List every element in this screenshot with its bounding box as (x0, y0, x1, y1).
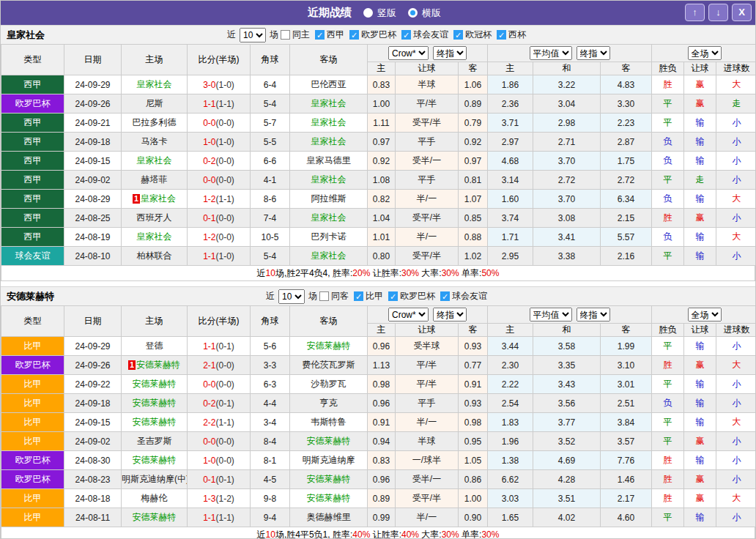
vertical-layout-label[interactable]: 竖版 (377, 7, 396, 20)
odds1-cell: 半/一 (396, 413, 459, 432)
league-filter-label[interactable]: 欧罗巴杯 (400, 290, 435, 302)
away-team-cell: 亨克 (290, 394, 368, 413)
league-filter-checkbox[interactable]: ✓ (453, 30, 463, 40)
odds1-cell: 一/球半 (396, 451, 459, 470)
odds2-cell: 3.77 (533, 413, 601, 432)
col-header-date: 日期 (64, 306, 122, 337)
result-cell: 赢 (684, 489, 716, 508)
odds1-cell: 1.05 (459, 451, 488, 470)
away-team-name: 安德莱赫特 (307, 341, 351, 351)
league-filter-checkbox[interactable]: ✓ (497, 30, 506, 40)
odds2-cell: 1.96 (488, 432, 533, 451)
result-cell: 小 (716, 171, 756, 190)
halftime-score: (0-1) (216, 341, 234, 352)
fulltime-select[interactable]: 全场 (688, 46, 722, 60)
match-count-select[interactable]: 10 (240, 28, 266, 42)
col-header-odds1-home: 主 (368, 62, 396, 75)
league-filter-label[interactable]: 球会友谊 (452, 290, 487, 302)
home-team-name: 明斯克迪纳摩(中) (122, 474, 188, 484)
away-team-cell: 安德莱赫特 (290, 432, 368, 451)
odds2-cell: 3.38 (533, 247, 601, 266)
odds2-cell: 3.71 (488, 114, 533, 133)
same-venue-label[interactable]: 同主 (292, 29, 310, 41)
bookmaker-select[interactable]: Crow* (388, 46, 429, 60)
bookmaker-select[interactable]: Crow* (388, 308, 429, 321)
odds-group-1-header: Crow*终指 (368, 45, 488, 62)
final-odds-select[interactable]: 终指 (433, 308, 467, 321)
date-cell: 24-08-18 (64, 489, 122, 508)
same-venue-checkbox[interactable] (319, 291, 329, 301)
league-filter-checkbox[interactable]: ✓ (440, 291, 450, 301)
odds2-cell: 2.87 (601, 133, 652, 152)
summary-segment: 30% (481, 529, 499, 539)
date-cell: 24-09-26 (64, 356, 122, 375)
match-row: 比甲24-09-29登德1-1(0-1)5-6安德莱赫特0.96受半球0.933… (1, 337, 756, 356)
home-team-cell: 圣吉罗斯 (122, 432, 188, 451)
odds1-cell: 0.91 (459, 375, 488, 394)
league-filter-checkbox[interactable]: ✓ (349, 30, 359, 40)
result-cell: 输 (684, 451, 716, 470)
halftime-score: (1-0) (216, 251, 234, 261)
horizontal-layout-label[interactable]: 横版 (422, 7, 441, 20)
close-button[interactable]: X (732, 4, 752, 21)
halftime-score: (1-1) (216, 513, 234, 523)
odds1-cell: 0.94 (368, 432, 396, 451)
score-cell: 0-0(0-0) (188, 171, 251, 190)
league-filter-label[interactable]: 西杯 (508, 29, 526, 41)
league-filter-checkbox[interactable]: ✓ (401, 30, 411, 40)
home-team-cell: 安德莱赫特 (122, 375, 188, 394)
score-cell: 1-2(0-0) (188, 228, 251, 247)
summary-segment: 单率: (459, 268, 482, 278)
odds1-cell: 0.97 (368, 133, 396, 152)
move-down-button[interactable]: ↓ (708, 4, 728, 21)
match-count-select[interactable]: 10 (278, 289, 305, 304)
home-team-name: 赫塔菲 (141, 174, 168, 185)
vertical-layout-radio[interactable] (363, 8, 373, 18)
col-header-corner: 角球 (251, 306, 290, 337)
final-odds-select-2[interactable]: 终指 (577, 46, 610, 60)
date-cell: 24-09-26 (64, 94, 122, 114)
away-team-cell: 明斯克迪纳摩 (290, 451, 368, 470)
league-filter-label[interactable]: 球会友谊 (413, 29, 448, 41)
odds1-cell: 1.02 (459, 247, 488, 266)
result-cell: 胜 (652, 470, 684, 489)
result-cell: 大 (716, 413, 756, 432)
match-row: 比甲24-09-18安德莱赫特0-2(0-1)4-4亨克0.96平手0.932.… (1, 394, 756, 413)
result-cell: 负 (652, 394, 684, 413)
league-filter-label[interactable]: 西甲 (327, 29, 344, 41)
home-team-cell: 尼斯 (122, 94, 188, 114)
same-venue-label[interactable]: 同客 (331, 290, 349, 302)
fulltime-select[interactable]: 全场 (688, 308, 722, 321)
average-select[interactable]: 平均值 (530, 46, 572, 60)
same-venue-checkbox[interactable] (281, 30, 290, 40)
odds2-cell: 1.71 (488, 228, 533, 247)
average-select[interactable]: 平均值 (530, 308, 572, 321)
league-filter-label[interactable]: 欧冠杯 (465, 29, 492, 41)
league-filter-checkbox[interactable]: ✓ (315, 30, 325, 40)
odds2-cell: 3.35 (533, 356, 601, 375)
home-team-cell: 巴拉多利德 (122, 114, 188, 133)
result-cell: 平 (652, 432, 684, 451)
team-section-away: 安德莱赫特 近10场同客✓比甲✓欧罗巴杯✓球会友谊 类型 日期 主场 比分(半场… (1, 286, 755, 539)
final-odds-select-2[interactable]: 终指 (577, 308, 610, 321)
result-cell: 输 (684, 247, 716, 266)
league-filter-label[interactable]: 欧罗巴杯 (361, 29, 396, 41)
corner-cell: 4-4 (251, 394, 290, 413)
col-header-odds1-away: 客 (459, 62, 488, 75)
horizontal-layout-radio[interactable] (408, 8, 418, 18)
league-filter-label[interactable]: 比甲 (366, 290, 383, 302)
odds2-cell: 6.34 (601, 190, 652, 209)
date-cell: 24-08-25 (64, 209, 122, 228)
league-filter-checkbox[interactable]: ✓ (354, 291, 363, 301)
corner-cell: 5-4 (251, 247, 290, 266)
move-up-button[interactable]: ↑ (685, 4, 705, 21)
league-filter-checkbox[interactable]: ✓ (388, 291, 398, 301)
result-cell: 输 (684, 114, 716, 133)
odds2-cell: 1.46 (601, 470, 652, 489)
final-odds-select[interactable]: 终指 (433, 46, 467, 60)
score-cell: 0-1(0-0) (188, 209, 251, 228)
result-group-header: 全场 (652, 306, 756, 324)
col-header-handicap-result: 让球 (684, 324, 716, 337)
col-header-away: 客场 (290, 45, 368, 75)
result-cell: 小 (716, 337, 756, 356)
